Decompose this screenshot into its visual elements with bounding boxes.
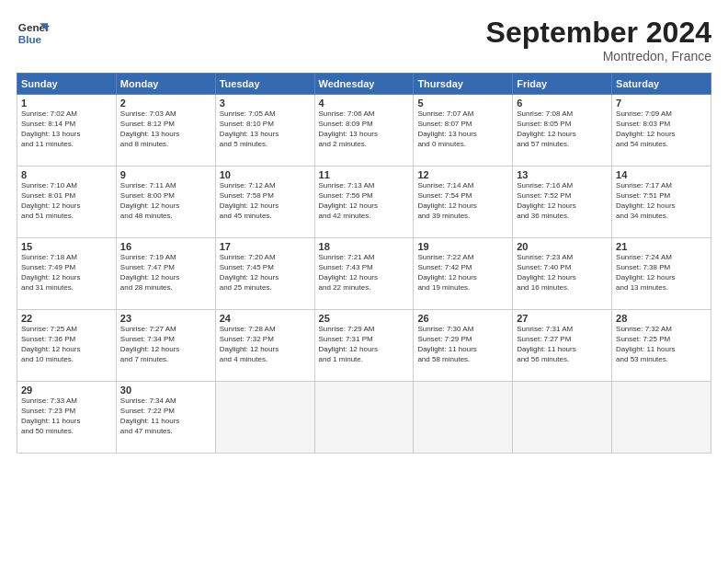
location: Montredon, France [486,49,711,63]
day-number: 2 [120,98,211,109]
calendar-table: Sunday Monday Tuesday Wednesday Thursday… [17,73,711,454]
day-number: 19 [417,241,508,252]
col-tuesday: Tuesday [215,74,314,95]
header-row: Sunday Monday Tuesday Wednesday Thursday… [17,74,711,95]
day-info: Sunrise: 7:10 AM Sunset: 8:01 PM Dayligh… [21,181,112,221]
table-cell [215,382,314,454]
day-number: 11 [319,169,410,180]
col-sunday: Sunday [17,74,117,95]
day-info: Sunrise: 7:22 AM Sunset: 7:42 PM Dayligh… [417,253,508,293]
day-info: Sunrise: 7:09 AM Sunset: 8:03 PM Dayligh… [616,109,707,149]
day-info: Sunrise: 7:17 AM Sunset: 7:51 PM Dayligh… [616,181,707,221]
table-cell: 26Sunrise: 7:30 AM Sunset: 7:29 PM Dayli… [414,310,513,382]
table-cell: 4Sunrise: 7:06 AM Sunset: 8:09 PM Daylig… [314,95,414,167]
day-number: 14 [616,169,707,180]
day-number: 8 [21,169,112,180]
table-cell: 5Sunrise: 7:07 AM Sunset: 8:07 PM Daylig… [414,95,513,167]
day-number: 22 [21,313,112,324]
day-info: Sunrise: 7:18 AM Sunset: 7:49 PM Dayligh… [21,253,112,293]
day-info: Sunrise: 7:16 AM Sunset: 7:52 PM Dayligh… [517,181,608,221]
table-cell [612,382,711,454]
table-cell: 3Sunrise: 7:05 AM Sunset: 8:10 PM Daylig… [215,95,314,167]
day-number: 21 [616,241,707,252]
header: General Blue September 2024 Montredon, F… [17,17,711,63]
day-info: Sunrise: 7:05 AM Sunset: 8:10 PM Dayligh… [220,109,311,149]
day-number: 12 [417,169,508,180]
table-cell: 25Sunrise: 7:29 AM Sunset: 7:31 PM Dayli… [314,310,414,382]
table-cell: 14Sunrise: 7:17 AM Sunset: 7:51 PM Dayli… [612,167,711,238]
day-info: Sunrise: 7:13 AM Sunset: 7:56 PM Dayligh… [319,181,410,221]
svg-text:Blue: Blue [18,33,42,45]
table-cell: 10Sunrise: 7:12 AM Sunset: 7:58 PM Dayli… [215,167,314,238]
day-info: Sunrise: 7:20 AM Sunset: 7:45 PM Dayligh… [220,253,311,293]
table-cell: 21Sunrise: 7:24 AM Sunset: 7:38 PM Dayli… [612,238,711,310]
day-number: 18 [319,241,410,252]
calendar-row: 1Sunrise: 7:02 AM Sunset: 8:14 PM Daylig… [17,95,711,167]
day-info: Sunrise: 7:34 AM Sunset: 7:22 PM Dayligh… [120,396,211,436]
calendar-row: 15Sunrise: 7:18 AM Sunset: 7:49 PM Dayli… [17,238,711,310]
table-cell: 7Sunrise: 7:09 AM Sunset: 8:03 PM Daylig… [612,95,711,167]
day-number: 1 [21,98,112,109]
table-cell: 30Sunrise: 7:34 AM Sunset: 7:22 PM Dayli… [116,382,215,454]
day-info: Sunrise: 7:24 AM Sunset: 7:38 PM Dayligh… [616,253,707,293]
table-cell: 27Sunrise: 7:31 AM Sunset: 7:27 PM Dayli… [513,310,612,382]
day-number: 5 [417,98,508,109]
day-info: Sunrise: 7:06 AM Sunset: 8:09 PM Dayligh… [319,109,410,149]
table-cell: 19Sunrise: 7:22 AM Sunset: 7:42 PM Dayli… [414,238,513,310]
day-info: Sunrise: 7:19 AM Sunset: 7:47 PM Dayligh… [120,253,211,293]
day-number: 25 [319,313,410,324]
table-cell: 12Sunrise: 7:14 AM Sunset: 7:54 PM Dayli… [414,167,513,238]
day-info: Sunrise: 7:14 AM Sunset: 7:54 PM Dayligh… [417,181,508,221]
day-number: 28 [616,313,707,324]
day-info: Sunrise: 7:28 AM Sunset: 7:32 PM Dayligh… [220,325,311,364]
table-cell: 8Sunrise: 7:10 AM Sunset: 8:01 PM Daylig… [17,167,117,238]
day-info: Sunrise: 7:25 AM Sunset: 7:36 PM Dayligh… [21,325,112,364]
day-info: Sunrise: 7:32 AM Sunset: 7:25 PM Dayligh… [616,325,707,364]
day-info: Sunrise: 7:33 AM Sunset: 7:23 PM Dayligh… [21,396,112,436]
day-info: Sunrise: 7:31 AM Sunset: 7:27 PM Dayligh… [517,325,608,364]
table-cell: 1Sunrise: 7:02 AM Sunset: 8:14 PM Daylig… [17,95,117,167]
logo: General Blue [17,17,50,50]
day-info: Sunrise: 7:12 AM Sunset: 7:58 PM Dayligh… [220,181,311,221]
calendar-row: 29Sunrise: 7:33 AM Sunset: 7:23 PM Dayli… [17,382,711,454]
day-info: Sunrise: 7:11 AM Sunset: 8:00 PM Dayligh… [120,181,211,221]
day-number: 23 [120,313,211,324]
col-saturday: Saturday [612,74,711,95]
table-cell [513,382,612,454]
day-number: 29 [21,385,112,396]
table-cell: 29Sunrise: 7:33 AM Sunset: 7:23 PM Dayli… [17,382,117,454]
day-info: Sunrise: 7:02 AM Sunset: 8:14 PM Dayligh… [21,109,112,149]
col-wednesday: Wednesday [314,74,414,95]
table-cell [314,382,414,454]
table-cell: 16Sunrise: 7:19 AM Sunset: 7:47 PM Dayli… [116,238,215,310]
day-number: 9 [120,169,211,180]
table-cell [414,382,513,454]
day-number: 3 [220,98,311,109]
title-block: September 2024 Montredon, France [486,17,711,63]
day-info: Sunrise: 7:21 AM Sunset: 7:43 PM Dayligh… [319,253,410,293]
day-info: Sunrise: 7:23 AM Sunset: 7:40 PM Dayligh… [517,253,608,293]
table-cell: 17Sunrise: 7:20 AM Sunset: 7:45 PM Dayli… [215,238,314,310]
table-cell: 28Sunrise: 7:32 AM Sunset: 7:25 PM Dayli… [612,310,711,382]
calendar-page: General Blue September 2024 Montredon, F… [0,0,728,563]
table-cell: 18Sunrise: 7:21 AM Sunset: 7:43 PM Dayli… [314,238,414,310]
table-cell: 2Sunrise: 7:03 AM Sunset: 8:12 PM Daylig… [116,95,215,167]
calendar-row: 8Sunrise: 7:10 AM Sunset: 8:01 PM Daylig… [17,167,711,238]
col-monday: Monday [116,74,215,95]
day-number: 13 [517,169,608,180]
day-info: Sunrise: 7:08 AM Sunset: 8:05 PM Dayligh… [517,109,608,149]
day-number: 24 [220,313,311,324]
day-info: Sunrise: 7:30 AM Sunset: 7:29 PM Dayligh… [417,325,508,364]
day-number: 30 [120,385,211,396]
month-title: September 2024 [486,17,711,49]
day-number: 27 [517,313,608,324]
day-info: Sunrise: 7:29 AM Sunset: 7:31 PM Dayligh… [319,325,410,364]
table-cell: 23Sunrise: 7:27 AM Sunset: 7:34 PM Dayli… [116,310,215,382]
day-number: 20 [517,241,608,252]
logo-icon: General Blue [17,17,50,50]
day-number: 7 [616,98,707,109]
day-info: Sunrise: 7:07 AM Sunset: 8:07 PM Dayligh… [417,109,508,149]
table-cell: 13Sunrise: 7:16 AM Sunset: 7:52 PM Dayli… [513,167,612,238]
table-cell: 6Sunrise: 7:08 AM Sunset: 8:05 PM Daylig… [513,95,612,167]
day-number: 17 [220,241,311,252]
